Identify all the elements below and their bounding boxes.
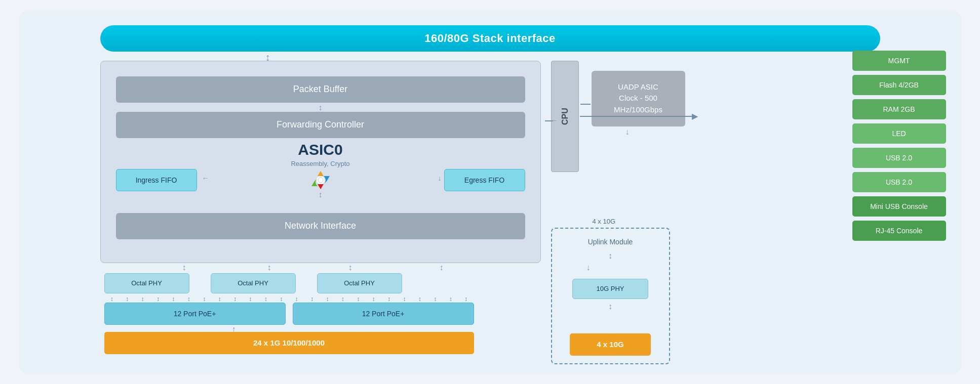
uadp-label: UADP ASIC Clock - 500 MHz/100Gbps (614, 81, 662, 116)
poe-row: 12 Port PoE+ 12 Port PoE+ (104, 303, 474, 325)
uplink-mid-arrow: ↕ (608, 299, 612, 314)
right-item-flash-label: Flash 4/2GB (879, 81, 919, 89)
forwarding-controller: Forwarding Controller (116, 112, 525, 138)
uplink-module-title-label: Uplink Module (588, 238, 633, 246)
uplink-module-title: Uplink Module (588, 238, 633, 246)
octal-phy-row: Octal PHY Octal PHY Octal PHY (104, 273, 402, 293)
right-item-mini-usb-label: Mini USB Console (870, 202, 928, 210)
asic0-label: ASIC0 (116, 141, 525, 158)
right-item-rj45: RJ-45 Console (852, 221, 946, 241)
phy-10g: 10G PHY (572, 279, 648, 299)
bottom-arrow-4: ↕ (440, 263, 444, 272)
right-item-mini-usb: Mini USB Console (852, 196, 946, 217)
right-item-led: LED (852, 123, 946, 144)
uplink-top-arrow: ↕ (608, 248, 612, 264)
uplink-4x10g-label: 4 x 10G (593, 218, 616, 225)
egress-fifo-label: Egress FIFO (464, 176, 504, 184)
many-arrows-row: ↕↕↕↕↕↕↕↕ ↕↕↕↕↕↕↕↕ ↕↕↕↕↕↕↕↕ (104, 295, 474, 303)
octal-phy-2-label: Octal PHY (238, 279, 268, 287)
network-interface-label: Network Interface (285, 221, 356, 231)
bottom-arrow-1: ↕ (182, 263, 186, 272)
egress-fifo: Egress FIFO (444, 169, 525, 191)
poe-1: 12 Port PoE+ (104, 303, 286, 325)
cpu-label: CPU (560, 108, 569, 125)
bottom-arrow-3: ↕ (348, 263, 352, 272)
octal-phy-3-label: Octal PHY (344, 279, 375, 287)
uadp-block: UADP ASIC Clock - 500 MHz/100Gbps (592, 71, 685, 126)
right-item-usb1-label: USB 2.0 (886, 154, 912, 162)
stack-interface-label: 160/80G Stack interface (424, 32, 556, 45)
stack-interface-bar: 160/80G Stack interface (100, 25, 880, 52)
arrow-fifo-ni: ↕ (319, 190, 323, 199)
right-panel: MGMT Flash 4/2GB RAM 2GB LED USB 2.0 USB… (852, 51, 946, 241)
ingress-fifo-label: Ingress FIFO (136, 176, 177, 184)
uplink-module: 4 x 10G Uplink Module ↕ 10G PHY ↕ 4 x 10… (551, 228, 670, 364)
right-item-mgmt: MGMT (852, 51, 946, 71)
phy-10g-label: 10G PHY (597, 285, 624, 292)
poe-2-label: 12 Port PoE+ (362, 310, 405, 318)
uplink-4x10g-text: 4 x 10G (593, 218, 616, 225)
network-interface: Network Interface (116, 213, 525, 239)
octal-phy-2: Octal PHY (211, 273, 296, 293)
bar-4x10g-label: 4 x 10G (597, 340, 623, 349)
poe-1-label: 12 Port PoE+ (174, 310, 216, 318)
ingress-fifo: Ingress FIFO (116, 169, 197, 191)
arrow-right-fifo: ↓ (438, 174, 442, 182)
right-item-usb2: USB 2.0 (852, 172, 946, 192)
arrow-pb-fc: ↕ (319, 103, 323, 112)
bar-24x1g-label: 24 x 1G 10/100/1000 (253, 338, 325, 347)
right-item-mgmt-label: MGMT (888, 57, 910, 65)
cpu-arrow-head: ← (551, 116, 558, 124)
cpu-right-arrow-line (580, 116, 694, 117)
bar-24x1g: 24 x 1G 10/100/1000 (104, 332, 474, 354)
arrow-left-fifo: ← (202, 174, 209, 182)
right-item-usb1: USB 2.0 (852, 148, 946, 168)
bar-4x10g: 4 x 10G (570, 333, 651, 356)
packet-buffer: Packet Buffer (116, 76, 525, 103)
right-item-flash: Flash 4/2GB (852, 75, 946, 95)
right-item-rj45-label: RJ-45 Console (876, 227, 923, 235)
poe-2: 12 Port PoE+ (293, 303, 474, 325)
cpu-right-arrow-head: ▶ (692, 111, 698, 121)
right-item-usb2-label: USB 2.0 (886, 178, 912, 186)
main-diagram: 160/80G Stack interface ↕ Packet Buffer … (19, 10, 961, 374)
uadp-down-arrow: ↓ (625, 127, 630, 137)
asic-block: Packet Buffer ↕ Forwarding Controller AS… (100, 61, 541, 263)
octal-phy-1: Octal PHY (104, 273, 189, 293)
right-item-ram-label: RAM 2GB (883, 105, 915, 113)
uplink-top-conn-arrow: ↓ (586, 263, 591, 272)
bottom-arrow-2: ↕ (267, 263, 271, 272)
right-item-ram: RAM 2GB (852, 99, 946, 119)
packet-buffer-label: Packet Buffer (293, 84, 348, 95)
svg-point-1 (317, 176, 325, 184)
octal-phy-3: Octal PHY (317, 273, 402, 293)
uadp-cpu-arrow-line (580, 104, 591, 105)
octal-phy-1-label: Octal PHY (131, 279, 162, 287)
asic0-text: ASIC0 (298, 141, 342, 158)
forwarding-controller-label: Forwarding Controller (277, 119, 364, 130)
right-item-led-label: LED (892, 130, 906, 138)
